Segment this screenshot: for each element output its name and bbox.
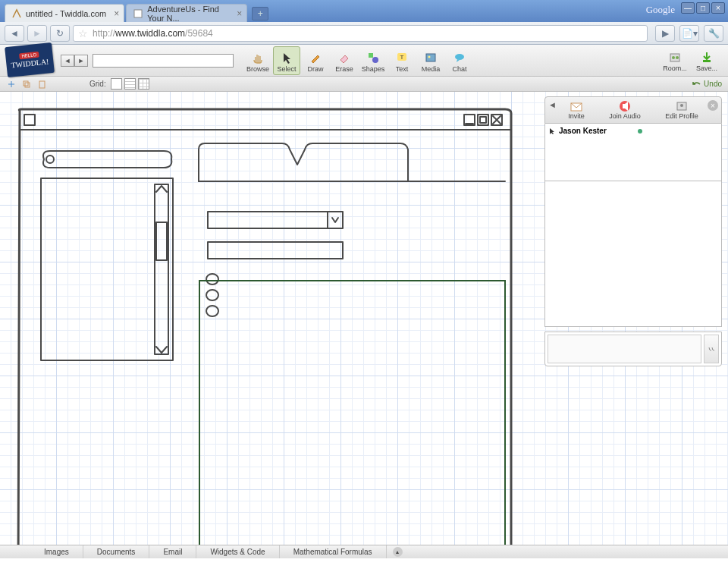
svg-rect-5 xyxy=(426,54,435,61)
edit-profile-button[interactable]: Edit Profile xyxy=(665,100,698,120)
undo-button[interactable]: Undo xyxy=(692,80,722,88)
new-tab-button[interactable]: + xyxy=(252,7,268,20)
browse-tool[interactable]: Browse xyxy=(244,46,271,75)
close-icon[interactable]: × xyxy=(114,8,119,19)
join-audio-label: Join Audio xyxy=(609,112,641,120)
save-label: Save... xyxy=(696,64,717,72)
close-window-button[interactable]: × xyxy=(711,2,725,14)
tab-label: Widgets & Code xyxy=(210,548,265,556)
audio-icon xyxy=(618,100,632,112)
tool-label: Select xyxy=(277,65,296,73)
grid-none-button[interactable] xyxy=(111,78,122,90)
svg-rect-23 xyxy=(208,242,343,259)
browser-titlebar: untitled - Twiddla.com × AdventureUs - F… xyxy=(0,0,728,22)
invite-button[interactable]: Invite xyxy=(568,100,585,120)
close-panel-icon[interactable]: × xyxy=(708,100,718,111)
browser-tab-active[interactable]: untitled - Twiddla.com × xyxy=(5,4,124,22)
user-list: Jason Kester xyxy=(544,124,722,181)
join-audio-button[interactable]: Join Audio xyxy=(609,100,641,120)
main-area: ◄ Invite Join Audio Edit Profile × Jason… xyxy=(0,92,728,558)
tool-label: Chat xyxy=(452,65,466,73)
room-button[interactable]: Room... xyxy=(660,46,690,75)
paste-icon[interactable] xyxy=(36,79,47,90)
save-button[interactable]: Save... xyxy=(692,46,722,75)
user-name: Jason Kester xyxy=(559,127,607,135)
svg-text:T: T xyxy=(400,54,404,61)
tab-math[interactable]: Mathematical Formulas xyxy=(280,545,387,558)
url-path: /59684 xyxy=(185,28,213,39)
history-back-button[interactable]: ◄ xyxy=(61,55,74,67)
history-forward-button[interactable]: ► xyxy=(74,55,88,67)
sub-toolbar: Grid: Undo xyxy=(0,77,728,92)
draw-tool[interactable]: Draw xyxy=(302,46,329,75)
tab-images[interactable]: Images xyxy=(30,545,83,558)
svg-point-30 xyxy=(680,104,683,107)
tab-label: Email xyxy=(163,548,182,556)
erase-tool[interactable]: Erase xyxy=(331,46,358,75)
bottom-tabs: Images Documents Email Widgets & Code Ma… xyxy=(0,545,728,558)
tool-label: Draw xyxy=(307,65,323,73)
favicon-icon xyxy=(11,8,22,19)
chat-send-button[interactable] xyxy=(704,335,719,363)
back-button[interactable]: ◄ xyxy=(5,25,24,42)
tool-label: Text xyxy=(396,65,409,73)
forward-button[interactable]: ► xyxy=(27,25,47,42)
app-toolbar: HELLO TWIDDLA! ◄ ► Browse Select Draw Er… xyxy=(0,45,728,77)
shapes-tool[interactable]: Shapes xyxy=(359,46,387,75)
svg-rect-21 xyxy=(156,222,167,260)
url-input[interactable]: ☆ http://www.twiddla.com/59684 xyxy=(73,25,648,42)
user-row[interactable]: Jason Kester xyxy=(548,127,718,135)
tool-label: Media xyxy=(422,65,441,73)
tool-label: Shapes xyxy=(362,65,385,73)
select-tool[interactable]: Select xyxy=(273,46,300,75)
svg-rect-11 xyxy=(703,60,711,62)
svg-rect-1 xyxy=(369,53,373,58)
media-tool[interactable]: Media xyxy=(417,46,444,75)
tab-title: AdventureUs - Find Your N... xyxy=(147,5,229,23)
url-host: www.twiddla.com xyxy=(115,28,185,39)
svg-point-10 xyxy=(676,56,679,59)
grid-lines-button[interactable] xyxy=(124,78,136,90)
close-icon[interactable]: × xyxy=(237,8,242,19)
app-url-input[interactable] xyxy=(93,54,234,68)
invite-label: Invite xyxy=(568,112,585,120)
reload-button[interactable]: ↻ xyxy=(50,25,70,42)
svg-rect-22 xyxy=(208,212,343,228)
twiddla-logo[interactable]: HELLO TWIDDLA! xyxy=(5,42,55,77)
tab-label: Mathematical Formulas xyxy=(293,548,372,556)
chat-icon xyxy=(452,50,467,65)
tab-email[interactable]: Email xyxy=(149,545,196,558)
collapse-panel-icon[interactable]: ◄ xyxy=(548,100,557,109)
tab-widgets[interactable]: Widgets & Code xyxy=(196,545,279,558)
svg-point-20 xyxy=(46,156,54,163)
align-icon[interactable] xyxy=(6,79,17,90)
tool-label: Erase xyxy=(335,65,353,73)
grid-label: Grid: xyxy=(89,80,106,88)
hand-icon xyxy=(250,50,265,65)
eraser-icon xyxy=(337,50,352,65)
chat-input[interactable] xyxy=(548,335,701,363)
shapes-icon xyxy=(366,50,381,65)
collapse-tabs-icon[interactable]: ▴ xyxy=(393,547,403,557)
go-button[interactable]: ▶ xyxy=(655,25,675,42)
text-tool[interactable]: T Text xyxy=(388,46,416,75)
tab-documents[interactable]: Documents xyxy=(83,545,150,558)
grid-grid-button[interactable] xyxy=(138,78,149,90)
chat-box xyxy=(544,332,722,366)
wrench-menu-button[interactable]: 🔧 xyxy=(704,25,723,42)
panel-toolbar: ◄ Invite Join Audio Edit Profile × xyxy=(544,96,722,124)
save-icon xyxy=(699,49,714,64)
bookmark-star-icon[interactable]: ☆ xyxy=(78,27,88,39)
pointer-icon xyxy=(279,50,294,65)
profile-icon xyxy=(675,100,689,112)
copy-icon[interactable] xyxy=(21,79,32,90)
page-menu-button[interactable]: 📄▾ xyxy=(679,25,699,42)
selection-rectangle[interactable] xyxy=(199,280,506,558)
browser-tab-inactive[interactable]: AdventureUs - Find Your N... × xyxy=(126,4,247,22)
minimize-button[interactable]: — xyxy=(681,2,695,14)
svg-rect-18 xyxy=(480,117,486,123)
svg-rect-12 xyxy=(24,81,28,86)
undo-icon xyxy=(692,80,701,88)
maximize-button[interactable]: □ xyxy=(696,2,710,14)
chat-tool[interactable]: Chat xyxy=(446,46,473,75)
